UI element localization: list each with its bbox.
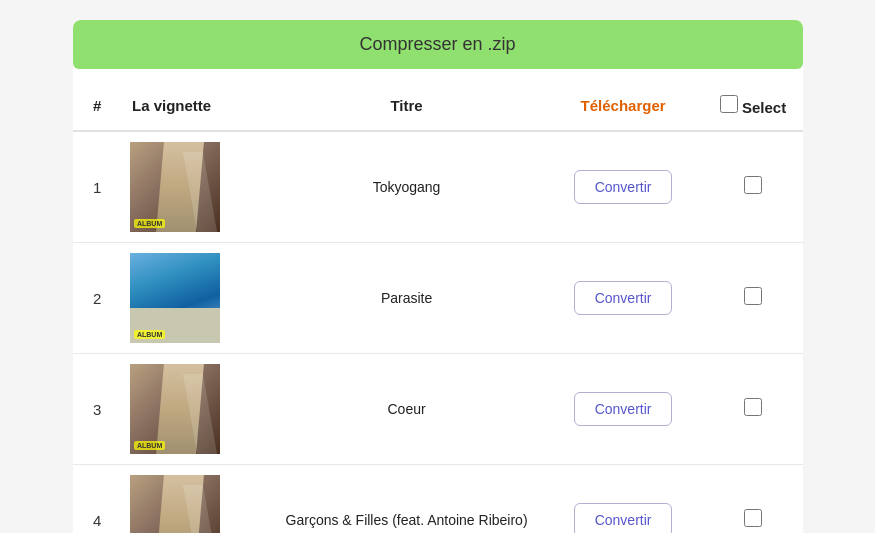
- row-title: Parasite: [270, 243, 542, 354]
- convertir-button[interactable]: Convertir: [574, 503, 673, 533]
- row-title: Coeur: [270, 354, 542, 465]
- row-checkbox[interactable]: [744, 176, 762, 194]
- thumbnail-image: ALBUM: [130, 475, 220, 533]
- row-num: 1: [73, 131, 122, 243]
- row-num: 4: [73, 465, 122, 534]
- row-select-cell: [704, 131, 803, 243]
- row-download-cell: Convertir: [543, 131, 704, 243]
- row-title: Garçons & Filles (feat. Antoine Ribeiro): [270, 465, 542, 534]
- row-thumbnail: ALBUM: [122, 465, 270, 534]
- row-checkbox[interactable]: [744, 509, 762, 527]
- main-container: Compresser en .zip # La vignette Titre T…: [73, 20, 803, 533]
- header-download: Télécharger: [543, 81, 704, 131]
- row-thumbnail: ALBUM: [122, 243, 270, 354]
- row-download-cell: Convertir: [543, 243, 704, 354]
- header-select: Select: [704, 81, 803, 131]
- compress-button[interactable]: Compresser en .zip: [73, 20, 803, 69]
- convertir-button[interactable]: Convertir: [574, 170, 673, 204]
- header-num: #: [73, 81, 122, 131]
- row-download-cell: Convertir: [543, 465, 704, 534]
- row-thumbnail: ALBUM: [122, 354, 270, 465]
- row-checkbox[interactable]: [744, 398, 762, 416]
- row-title: Tokyogang: [270, 131, 542, 243]
- row-download-cell: Convertir: [543, 354, 704, 465]
- row-num: 3: [73, 354, 122, 465]
- row-select-cell: [704, 354, 803, 465]
- row-thumbnail: ALBUM: [122, 131, 270, 243]
- select-all-checkbox[interactable]: [720, 95, 738, 113]
- table-row: 4ALBUMGarçons & Filles (feat. Antoine Ri…: [73, 465, 803, 534]
- row-num: 2: [73, 243, 122, 354]
- header-title: Titre: [270, 81, 542, 131]
- thumbnail-image: ALBUM: [130, 253, 220, 343]
- row-select-cell: [704, 465, 803, 534]
- table-row: 3ALBUMCoeurConvertir: [73, 354, 803, 465]
- tracks-table: # La vignette Titre Télécharger Select 1…: [73, 81, 803, 533]
- header-select-label: Select: [742, 99, 786, 116]
- row-checkbox[interactable]: [744, 287, 762, 305]
- table-row: 1ALBUMTokyogangConvertir: [73, 131, 803, 243]
- convertir-button[interactable]: Convertir: [574, 281, 673, 315]
- table-row: 2ALBUMParasiteConvertir: [73, 243, 803, 354]
- thumbnail-image: ALBUM: [130, 142, 220, 232]
- row-select-cell: [704, 243, 803, 354]
- thumbnail-image: ALBUM: [130, 364, 220, 454]
- convertir-button[interactable]: Convertir: [574, 392, 673, 426]
- header-thumbnail: La vignette: [122, 81, 270, 131]
